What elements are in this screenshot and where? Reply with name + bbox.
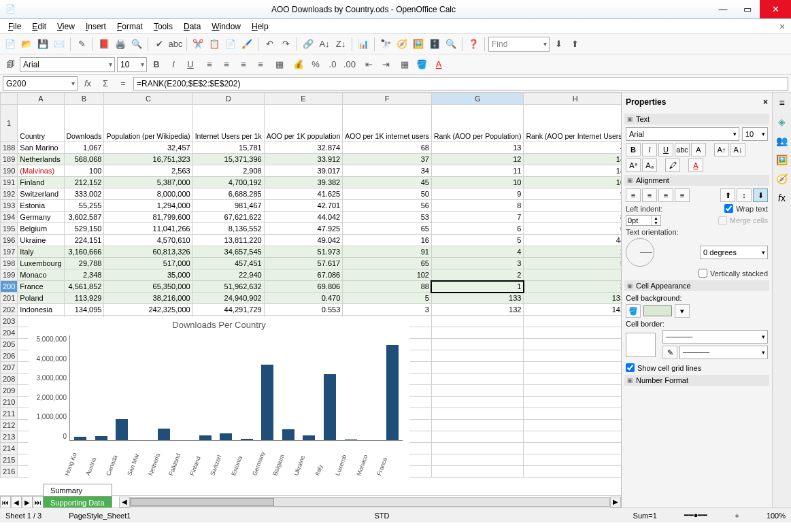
cell[interactable] (431, 350, 523, 362)
doc-close-button[interactable]: × (776, 21, 788, 32)
hscroll-track[interactable] (130, 497, 611, 507)
hscroll-right[interactable]: ▶ (610, 497, 621, 508)
row-header[interactable]: 205 (1, 339, 18, 350)
cell[interactable]: 16 (343, 235, 432, 246)
cell[interactable] (431, 420, 523, 431)
deck-navigator-icon[interactable]: 🧭 (775, 171, 790, 186)
cell[interactable]: 5,387,000 (104, 177, 192, 188)
autospell-icon[interactable]: abc (168, 37, 183, 52)
column-header[interactable]: F (343, 93, 432, 105)
section-cell-appearance[interactable]: Cell Appearance (624, 280, 769, 291)
cell[interactable]: 113,929 (64, 293, 104, 304)
cell[interactable]: 10 (524, 177, 621, 188)
row-header[interactable]: 212 (1, 420, 18, 431)
sidebar-font-combo[interactable]: Arial (626, 127, 739, 141)
row-header[interactable]: 190 (1, 165, 18, 177)
cell[interactable]: Luxembourg (18, 258, 64, 269)
pdf-icon[interactable]: 📕 (97, 37, 112, 52)
menu-data[interactable]: Data (178, 20, 206, 33)
deck-people-icon[interactable]: 👥 (775, 133, 790, 148)
navigator-icon[interactable]: 🧭 (394, 37, 409, 52)
header-cell[interactable]: Rank (AOO per Internet Users) (524, 105, 621, 142)
deck-fx-icon[interactable]: fx (775, 190, 790, 205)
cell[interactable]: 12 (431, 154, 523, 165)
cell[interactable]: 7 (524, 200, 621, 212)
new-icon[interactable]: 📄 (3, 37, 18, 52)
cell[interactable]: 3,160,666 (64, 246, 104, 258)
cell[interactable]: 242,325,000 (104, 304, 192, 316)
cell[interactable]: 333,002 (64, 188, 104, 200)
cell[interactable]: 6,688,285 (192, 188, 264, 200)
underline-icon[interactable]: U (183, 57, 198, 72)
row-header[interactable]: 211 (1, 408, 18, 420)
cell[interactable]: 457,451 (192, 258, 264, 269)
align-right-icon[interactable]: ≡ (236, 57, 251, 72)
column-header[interactable]: B (64, 93, 104, 105)
spellcheck-icon[interactable]: ✔ (152, 37, 167, 52)
va-mid-icon[interactable]: ↕ (737, 188, 752, 202)
bgcolor-btn[interactable]: 🪣 (626, 304, 641, 318)
zoom-icon[interactable]: 🔍 (443, 37, 458, 52)
cell[interactable]: 41.625 (264, 188, 343, 200)
ha-right-icon[interactable]: ≡ (658, 188, 673, 202)
cell[interactable]: 65 (343, 223, 432, 235)
cell[interactable]: 67.086 (264, 269, 343, 281)
cell[interactable]: 9 (524, 188, 621, 200)
sort-asc-icon[interactable]: A↓ (317, 37, 332, 52)
minimize-button[interactable]: — (711, 0, 735, 18)
sb-super-icon[interactable]: Aᵃ (626, 159, 641, 172)
row-header[interactable]: 188 (1, 142, 18, 154)
bold-icon[interactable]: B (149, 57, 164, 72)
bgcolor-drop[interactable]: ▾ (675, 304, 690, 318)
cell[interactable]: 1 (524, 269, 621, 281)
cell[interactable] (524, 362, 621, 373)
cell[interactable] (524, 339, 621, 350)
cell[interactable]: 134,095 (64, 304, 104, 316)
cell[interactable]: 33.912 (264, 154, 343, 165)
cell[interactable]: 29,788 (64, 258, 104, 269)
cell[interactable] (431, 362, 523, 373)
tab-first-icon[interactable]: ⏮ (0, 496, 11, 508)
cell[interactable]: 11 (431, 165, 523, 177)
border-picker[interactable] (626, 333, 656, 357)
redo-icon[interactable]: ↷ (278, 37, 293, 52)
align-center-icon[interactable]: ≡ (219, 57, 234, 72)
font-size-combo[interactable]: 10 (117, 57, 147, 72)
column-header[interactable]: C (104, 93, 192, 105)
maximize-button[interactable]: ▭ (735, 0, 760, 18)
row-header[interactable]: 191 (1, 177, 18, 188)
help-icon[interactable]: ❓ (466, 37, 481, 52)
cell[interactable]: Netherlands (18, 154, 64, 165)
wrap-checkbox[interactable]: Wrap text (724, 204, 768, 213)
cell[interactable]: 65,350,000 (104, 281, 192, 293)
cell[interactable] (524, 327, 621, 339)
cell[interactable]: 42.701 (264, 200, 343, 212)
menu-tools[interactable]: Tools (148, 20, 178, 33)
cell[interactable] (431, 385, 523, 397)
sb-highlight-icon[interactable]: 🖍 (665, 159, 680, 172)
cell[interactable]: 2,348 (64, 269, 104, 281)
cell[interactable]: 0.553 (264, 304, 343, 316)
cell[interactable]: 8,136,552 (192, 223, 264, 235)
tab-next-icon[interactable]: ▶ (22, 496, 33, 508)
cell[interactable]: 39.382 (264, 177, 343, 188)
cell[interactable]: 51,962,632 (192, 281, 264, 293)
cell[interactable] (431, 443, 523, 454)
cell[interactable]: 8 (431, 200, 523, 212)
row-header[interactable]: 200 (1, 281, 18, 293)
cell[interactable] (431, 466, 523, 478)
email-icon[interactable]: ✉️ (52, 37, 67, 52)
column-header[interactable]: A (18, 93, 64, 105)
currency-icon[interactable]: 💰 (291, 57, 306, 72)
cell[interactable]: France (18, 281, 64, 293)
cell[interactable] (431, 397, 523, 408)
sb-bold-icon[interactable]: B (626, 143, 641, 156)
row-header[interactable]: 192 (1, 188, 18, 200)
row-header[interactable]: 207 (1, 362, 18, 373)
cell[interactable]: 2 (524, 246, 621, 258)
cut-icon[interactable]: ✂️ (190, 37, 205, 52)
zoom-slider[interactable]: ━━●━━ (684, 511, 708, 520)
cell[interactable] (431, 327, 523, 339)
cell[interactable]: 53 (343, 212, 432, 223)
fx-icon[interactable]: fx (80, 76, 95, 91)
